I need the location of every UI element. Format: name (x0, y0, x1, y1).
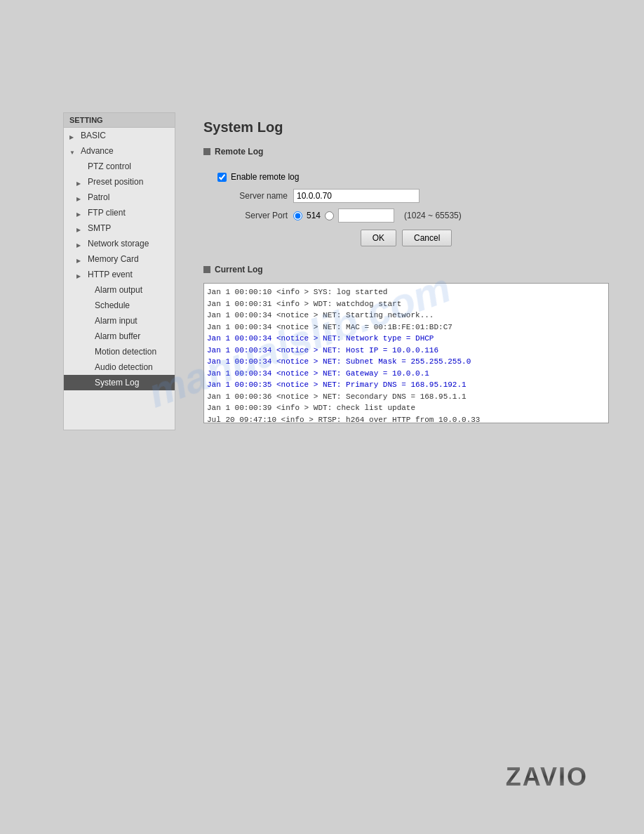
sidebar-item-memory-card[interactable]: Memory Card (64, 251, 175, 267)
log-line: Jul 20 09:47:10 <info > RTSP: h264 over … (207, 414, 605, 424)
ptz-control-label: PTZ control (88, 161, 131, 171)
sidebar-item-ptz-control[interactable]: PTZ control (64, 159, 175, 174)
log-line: Jan 1 00:00:39 <info > WDT: check list u… (207, 402, 605, 414)
basic-arrow-icon (69, 131, 78, 140)
http-event-label: HTTP event (88, 270, 133, 279)
enable-remote-log-checkbox[interactable] (217, 173, 227, 182)
ok-button[interactable]: OK (361, 230, 396, 246)
sidebar-item-advance[interactable]: Advance (64, 143, 175, 159)
system-log-label: System Log (95, 378, 139, 388)
remote-log-form: Enable remote log Server name Server Por… (203, 165, 609, 253)
enable-remote-log-label: Enable remote log (231, 172, 299, 182)
patrol-arrow-icon (76, 193, 85, 201)
log-line: Jan 1 00:00:34 <notice > NET: MAC = 00:1… (207, 322, 605, 333)
log-line: Jan 1 00:00:34 <notice > NET: Starting n… (207, 310, 605, 322)
log-line: Jan 1 00:00:35 <notice > NET: Primary DN… (207, 379, 605, 391)
smtp-arrow-icon (76, 224, 85, 232)
sidebar-item-motion-detection[interactable]: Motion detection (64, 344, 175, 359)
smtp-label: SMTP (88, 223, 111, 233)
server-name-input[interactable] (293, 189, 420, 203)
sidebar-item-audio-detection[interactable]: Audio detection (64, 359, 175, 375)
current-log-section-header: Current Log (203, 265, 609, 274)
memory-card-label: Memory Card (88, 254, 139, 264)
advance-arrow-icon (69, 147, 78, 155)
log-line: Jan 1 00:00:10 <info > SYS: log started (207, 286, 605, 298)
log-line: Jan 1 00:00:34 <notice > NET: Gateway = … (207, 368, 605, 380)
network-storage-arrow-icon (76, 239, 85, 248)
alarm-output-label: Alarm output (95, 285, 142, 295)
server-name-row: Server name (217, 189, 595, 203)
sidebar-item-patrol[interactable]: Patrol (64, 190, 175, 205)
motion-detection-label: Motion detection (95, 347, 156, 357)
server-port-custom-radio[interactable] (325, 211, 334, 220)
preset-position-label: Preset position (88, 177, 143, 187)
network-storage-label: Network storage (88, 239, 149, 249)
remote-log-section-header: Remote Log (203, 147, 609, 157)
log-line: Jan 1 00:00:31 <info > WDT: watchdog sta… (207, 298, 605, 310)
main-content: System Log Remote Log Enable remote log … (189, 112, 623, 430)
server-port-default-radio[interactable] (293, 211, 302, 220)
log-container[interactable]: Jan 1 00:00:10 <info > SYS: log startedJ… (203, 283, 609, 423)
ftp-client-label: FTP client (88, 208, 126, 218)
sidebar-item-smtp[interactable]: SMTP (64, 220, 175, 236)
preset-position-arrow-icon (76, 178, 85, 186)
advance-label: Advance (81, 146, 114, 156)
page-title: System Log (203, 119, 609, 135)
server-port-default-value: 514 (307, 211, 321, 220)
sidebar: SETTING BASICAdvancePTZ controlPreset po… (63, 112, 175, 430)
log-line: Jan 1 00:00:34 <notice > NET: Network ty… (207, 333, 605, 345)
alarm-buffer-label: Alarm buffer (95, 331, 140, 341)
cancel-button[interactable]: Cancel (402, 230, 452, 246)
sidebar-item-network-storage[interactable]: Network storage (64, 236, 175, 251)
server-port-label: Server Port (217, 211, 288, 220)
server-port-row: Server Port 514 (1024 ~ 65535) (217, 208, 595, 223)
memory-card-arrow-icon (76, 255, 85, 263)
sidebar-item-preset-position[interactable]: Preset position (64, 174, 175, 190)
ftp-client-arrow-icon (76, 208, 85, 217)
logo-container: ZAVIO (506, 762, 588, 792)
basic-label: BASIC (81, 131, 106, 140)
audio-detection-label: Audio detection (95, 362, 153, 372)
sidebar-item-ftp-client[interactable]: FTP client (64, 205, 175, 220)
sidebar-item-http-event[interactable]: HTTP event (64, 267, 175, 282)
sidebar-header: SETTING (64, 113, 175, 128)
sidebar-item-system-log[interactable]: System Log (64, 375, 175, 390)
sidebar-item-alarm-buffer[interactable]: Alarm buffer (64, 329, 175, 344)
sidebar-item-basic[interactable]: BASIC (64, 128, 175, 143)
patrol-label: Patrol (88, 192, 109, 202)
enable-remote-log-row: Enable remote log (217, 172, 595, 182)
log-line: Jan 1 00:00:34 <notice > NET: Host IP = … (207, 345, 605, 357)
server-port-radio-group: 514 (1024 ~ 65535) (293, 208, 462, 223)
button-row: OK Cancel (217, 230, 595, 246)
port-range-label: (1024 ~ 65535) (404, 211, 462, 220)
log-line: Jan 1 00:00:34 <notice > NET: Subnet Mas… (207, 356, 605, 368)
server-port-custom-input[interactable] (338, 208, 394, 223)
logo-text: ZAVIO (506, 762, 588, 791)
server-name-label: Server name (217, 191, 288, 201)
sidebar-item-schedule[interactable]: Schedule (64, 298, 175, 313)
log-line: Jan 1 00:00:36 <notice > NET: Secondary … (207, 391, 605, 403)
http-event-arrow-icon (76, 270, 85, 279)
schedule-label: Schedule (95, 300, 130, 310)
sidebar-item-alarm-input[interactable]: Alarm input (64, 313, 175, 329)
sidebar-item-alarm-output[interactable]: Alarm output (64, 282, 175, 298)
alarm-input-label: Alarm input (95, 316, 137, 326)
